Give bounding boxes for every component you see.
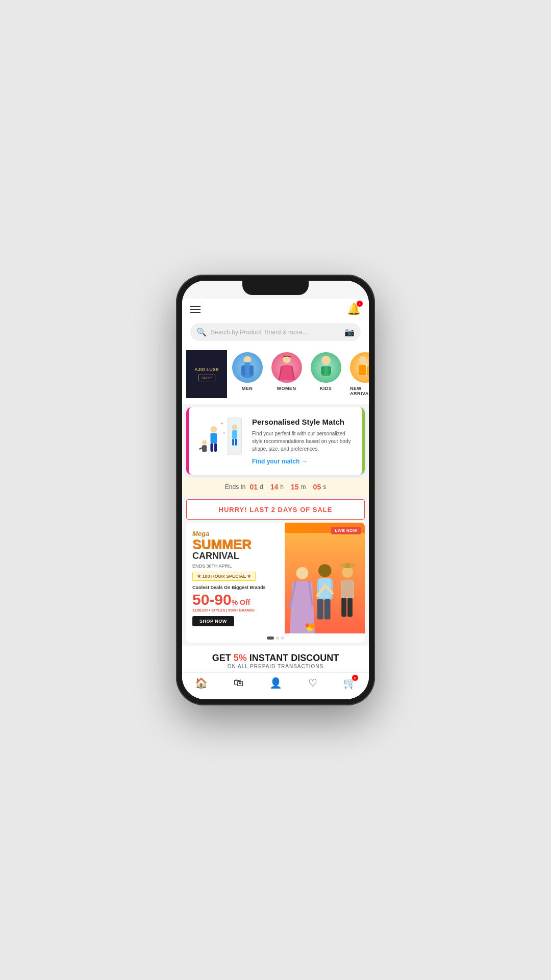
women-illustration — [271, 352, 302, 383]
arrivals-illustration — [350, 352, 369, 383]
search-icon: 🔍 — [196, 327, 207, 337]
screen-content: 🔔 1 🔍 Search by Product, Brand & more...… — [182, 281, 369, 699]
nav-stores[interactable]: 🛍 — [234, 677, 244, 689]
svg-point-12 — [359, 356, 366, 363]
hurry-text: HURRY! LAST 2 DAYS OF SALE — [219, 506, 333, 513]
svg-rect-3 — [249, 365, 254, 376]
live-badge: LIVE NOW — [331, 527, 361, 534]
find-match-text: Find your match — [252, 458, 299, 465]
find-match-arrow: → — [302, 458, 308, 465]
svg-rect-37 — [324, 599, 330, 619]
ends-text: ENDS 30TH APRIL — [192, 564, 279, 569]
men-label: MEN — [242, 386, 253, 391]
notification-button[interactable]: 🔔 1 — [347, 303, 361, 316]
svg-rect-42 — [341, 580, 354, 597]
men-illustration — [232, 352, 263, 383]
svg-text:✦: ✦ — [220, 421, 223, 426]
search-bar: 🔍 Search by Product, Brand & more... 📷 — [182, 320, 369, 346]
kids-illustration — [311, 352, 341, 383]
nav-wishlist[interactable]: ♡ — [308, 677, 317, 689]
svg-point-38 — [342, 567, 353, 578]
nav-bag[interactable]: 🛒 6 — [343, 677, 356, 689]
svg-point-18 — [232, 424, 237, 430]
countdown-seconds: 05 — [313, 483, 321, 491]
luxe-shop-label: SHOP — [198, 375, 215, 381]
category-new-arrivals[interactable]: NEW ARRIVALS — [346, 350, 369, 398]
svg-point-14 — [367, 358, 369, 364]
carnival-text: CARNIVAL — [192, 551, 279, 561]
instant-discount-sub: ON ALL PREPAID TRANSACTIONS — [190, 664, 361, 669]
men-circle — [232, 352, 263, 383]
women-label: WOMEN — [277, 386, 296, 391]
carnival-people-svg — [285, 523, 365, 633]
home-icon: 🏠 — [195, 677, 208, 689]
svg-point-48 — [305, 623, 309, 627]
phone-frame: 🔔 1 🔍 Search by Product, Brand & more...… — [176, 275, 375, 705]
svg-point-32 — [296, 567, 308, 579]
style-match-description: Find your perfect fit with our personali… — [252, 430, 356, 453]
svg-rect-43 — [341, 598, 346, 617]
svg-point-11 — [322, 356, 330, 364]
carnival-content: Mega SUMMER CARNIVAL ENDS 30TH APRIL ★ 1… — [186, 523, 365, 633]
search-input-container[interactable]: 🔍 Search by Product, Brand & more... 📷 — [190, 323, 361, 341]
countdown-bar: Ends In 01 d 14 h 15 m 05 s — [182, 478, 369, 496]
svg-rect-15 — [367, 366, 369, 375]
countdown-hours-unit: h — [280, 483, 284, 491]
countdown-minutes-unit: m — [301, 483, 306, 491]
svg-text:✦: ✦ — [223, 431, 225, 434]
notch — [242, 281, 309, 295]
hurry-banner[interactable]: HURRY! LAST 2 DAYS OF SALE — [186, 499, 365, 520]
kids-circle — [311, 352, 341, 383]
nav-account[interactable]: 👤 — [269, 677, 282, 689]
svg-point-33 — [318, 564, 331, 577]
svg-point-22 — [210, 426, 217, 433]
percent-text: 5% — [234, 653, 247, 663]
dot-2[interactable] — [276, 636, 279, 640]
category-luxe[interactable]: AJIO LUXE SHOP — [186, 350, 227, 398]
style-match-banner[interactable]: ✦ ✦ Personalised Style Match Find your p… — [186, 407, 365, 475]
bag-badge: 6 — [352, 675, 358, 681]
kids-label: KIDS — [320, 386, 332, 391]
carnival-left: Mega SUMMER CARNIVAL ENDS 30TH APRIL ★ 1… — [186, 523, 285, 633]
stores-icon: 🛍 — [234, 677, 244, 689]
svg-rect-23 — [210, 433, 217, 444]
dot-1[interactable] — [267, 636, 274, 640]
luxe-logo: AJIO LUXE — [194, 367, 219, 373]
style-illustration-svg: ✦ ✦ — [195, 415, 251, 467]
svg-rect-20 — [232, 438, 234, 446]
new-arrivals-label: NEW ARRIVALS — [350, 386, 369, 396]
svg-rect-24 — [210, 444, 213, 452]
find-match-link[interactable]: Find your match → — [252, 458, 356, 465]
phone-screen: 🔔 1 🔍 Search by Product, Brand & more...… — [182, 281, 369, 699]
svg-point-4 — [244, 356, 251, 363]
women-circle — [271, 352, 302, 383]
dot-3[interactable] — [281, 636, 284, 640]
category-women[interactable]: WOMEN — [267, 350, 306, 398]
camera-icon[interactable]: 📷 — [344, 327, 355, 337]
svg-rect-10 — [328, 366, 331, 375]
account-icon: 👤 — [269, 677, 282, 689]
middle-text: INSTANT DISCOUNT — [247, 653, 339, 663]
menu-button[interactable] — [190, 306, 201, 313]
countdown-hours: 14 — [270, 483, 279, 491]
svg-rect-40 — [345, 563, 350, 568]
nav-home[interactable]: 🏠 — [195, 677, 208, 689]
countdown-label: Ends In — [225, 483, 246, 491]
hour-special: ★ 100 HOUR SPECIAL ★ — [192, 572, 256, 581]
svg-rect-19 — [232, 430, 237, 438]
coolest-deals-text: Coolest Deals On Biggest Brands — [192, 585, 279, 590]
styles-brands-text: 13,00,000+ STYLES | 5000+ BRANDS — [192, 608, 279, 612]
carnival-banner[interactable]: Mega SUMMER CARNIVAL ENDS 30TH APRIL ★ 1… — [186, 523, 365, 643]
countdown-seconds-unit: s — [323, 483, 326, 491]
countdown-days-unit: d — [260, 483, 263, 491]
shop-now-button[interactable]: SHOP NOW — [192, 616, 234, 626]
search-placeholder: Search by Product, Brand & more... — [211, 329, 340, 336]
categories-row: AJIO LUXE SHOP — [182, 346, 369, 404]
category-kids[interactable]: KIDS — [307, 350, 345, 398]
instant-discount-title: GET 5% INSTANT DISCOUNT — [190, 653, 361, 664]
category-men[interactable]: MEN — [228, 350, 266, 398]
notification-badge: 1 — [357, 301, 363, 307]
bottom-navigation: 🏠 🛍 👤 ♡ 🛒 6 — [182, 672, 369, 699]
wishlist-icon: ♡ — [308, 677, 317, 689]
carousel-dots — [186, 633, 365, 643]
